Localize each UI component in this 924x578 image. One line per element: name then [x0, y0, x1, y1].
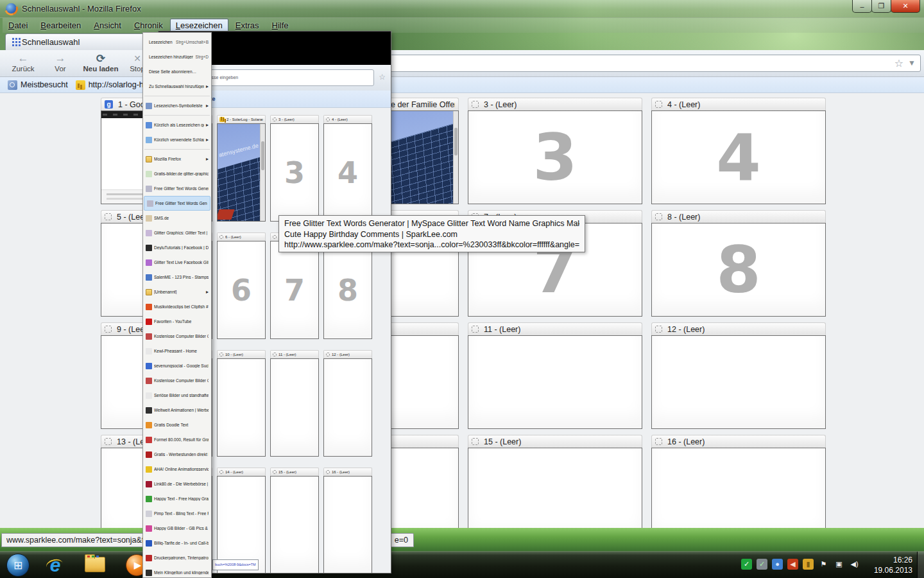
- dial-tile-14[interactable]: 14 - (Leer): [217, 468, 266, 574]
- dial-tile-10[interactable]: 10 - (Leer): [217, 350, 266, 457]
- tile-checkbox[interactable]: [655, 438, 662, 445]
- dial-tile-4[interactable]: 4 - (Leer)4: [323, 115, 372, 222]
- dial-tile-header[interactable]: 4 - (Leer): [651, 98, 826, 110]
- tile-checkbox[interactable]: [326, 118, 330, 121]
- bookmarks-menu-item[interactable]: Link80.de - Die Werbebörse | Community: [143, 477, 211, 491]
- bookmarks-menu-item[interactable]: Gratis-bilder.de glitter-graphics & ASCI…: [143, 166, 211, 181]
- dial-tile-header[interactable]: 15 - (Leer): [270, 468, 319, 476]
- bookmarks-menu-item[interactable]: Happy Text - Free Happy Graphics and Tex…: [143, 491, 211, 506]
- bookmarks-menu-item[interactable]: AHA! Online Animationsservice: [143, 462, 211, 477]
- dial-tile-header[interactable]: 16 - (Leer): [651, 435, 826, 448]
- bookmarks-menu-item[interactable]: Gratis Doodle Text: [143, 417, 211, 432]
- audio-manager-icon[interactable]: ◀: [787, 559, 798, 570]
- dial-tile-preview[interactable]: 3: [270, 123, 319, 222]
- bookmarks-menu-item[interactable]: Kostenlose Computer Bilder GIFs, Grafike…: [143, 329, 211, 344]
- tile-checkbox[interactable]: [326, 353, 330, 356]
- start-button[interactable]: [6, 554, 30, 577]
- dial-tile-preview[interactable]: [270, 358, 319, 457]
- dial-tile-3[interactable]: 3 - (Leer)3: [468, 98, 642, 204]
- dial-tile-preview[interactable]: 6: [217, 241, 266, 339]
- bookmarks-menu-item[interactable]: Seriöse Bilder und standhafte Ideen: [143, 388, 211, 403]
- dial-tile-preview[interactable]: 3: [468, 110, 642, 204]
- dial-tile-8[interactable]: 8 - (Leer)8: [651, 210, 826, 317]
- dial-tile-header[interactable]: 14 - (Leer): [217, 468, 266, 476]
- tile-checkbox[interactable]: [219, 353, 223, 356]
- bookmarks-menu-item[interactable]: Happy GB Bilder - GB Pics & Gästebuchbil…: [143, 521, 211, 536]
- dial-tile-15[interactable]: 15 - (Leer): [468, 435, 642, 528]
- taskbar-clock[interactable]: 16:26 19.06.2013: [859, 555, 912, 575]
- bookmarks-menu-item[interactable]: Glitter Text Live Facebook Glitter Text:…: [143, 255, 211, 270]
- dial-tile-header[interactable]: 11 - (Leer): [270, 350, 319, 358]
- dial-tile-preview[interactable]: [270, 476, 319, 574]
- tile-checkbox[interactable]: [326, 470, 330, 474]
- dial-tile-header[interactable]: 15 - (Leer): [468, 435, 642, 448]
- internet-explorer-icon[interactable]: [44, 554, 67, 576]
- tile-checkbox[interactable]: [219, 235, 223, 239]
- dial-tile-15[interactable]: 15 - (Leer): [270, 468, 319, 574]
- bookmarks-menu-item[interactable]: [Unbenannt]▸: [143, 285, 211, 299]
- usb-eject-icon[interactable]: ✓: [757, 559, 767, 570]
- dial-tile-16[interactable]: 16 - (Leer): [651, 435, 826, 528]
- dial-tile-preview[interactable]: [323, 476, 372, 574]
- dial-tile-header[interactable]: 3 - (Leer): [468, 98, 642, 110]
- file-explorer-icon[interactable]: [85, 557, 105, 572]
- dial-tile-header[interactable]: 16 - (Leer): [323, 468, 372, 476]
- bookmarks-menu-item[interactable]: Gratis - Werbestunden direkt bei knuddel…: [143, 447, 211, 462]
- dial-tile-preview[interactable]: 8: [651, 223, 826, 317]
- network-icon[interactable]: ▣: [834, 559, 844, 570]
- tile-checkbox[interactable]: [655, 213, 662, 220]
- dial-tile-header[interactable]: 8 - (Leer): [651, 210, 826, 223]
- bookmarks-menu-item[interactable]: Kürzlich verwendete Schlagwörter▸: [143, 132, 211, 147]
- bookmarks-menu-item[interactable]: Kürzlich als Lesezeichen gesetzt▸: [143, 118, 211, 132]
- dial-tile-preview[interactable]: [651, 335, 826, 429]
- bookmarks-menu-item[interactable]: SalenME - 123 Pins - Stamps - Glitzertex…: [143, 270, 211, 285]
- bookmarks-menu-item[interactable]: Musikvideoclips bei Clipfish # 1 für Vid…: [143, 299, 211, 314]
- dial-tile-preview[interactable]: [217, 358, 266, 457]
- tile-checkbox[interactable]: [655, 101, 662, 108]
- bookmarks-menu-item[interactable]: Mozilla Firefox▸: [143, 152, 211, 166]
- dial-tile-11[interactable]: 11 - (Leer): [270, 350, 319, 457]
- dial-tile-preview[interactable]: [468, 448, 642, 528]
- backup-ok-icon[interactable]: ✓: [741, 559, 752, 570]
- tile-checkbox[interactable]: [273, 353, 277, 356]
- dial-tile-3[interactable]: 3 - (Leer)3: [270, 115, 319, 222]
- dial-tile-12[interactable]: 12 - (Leer): [323, 350, 372, 457]
- dial-tile-preview[interactable]: 8: [323, 241, 372, 339]
- tile-checkbox[interactable]: [219, 470, 223, 474]
- bookmarks-menu-item[interactable]: Free Glitter Text Words Generator | MySp…: [143, 181, 211, 196]
- java-update-icon[interactable]: ●: [772, 559, 783, 570]
- bookmarks-menu-item[interactable]: Lesezeichen hinzufügenStrg+D: [143, 49, 211, 64]
- dial-tile-header[interactable]: 11 - (Leer): [468, 322, 642, 335]
- tile-checkbox[interactable]: [273, 470, 277, 474]
- dial-tile-4[interactable]: 4 - (Leer)4: [651, 98, 826, 204]
- bookmarks-menu-item[interactable]: Diese Seite abonnieren…: [143, 64, 211, 79]
- dial-tile-12[interactable]: 12 - (Leer): [651, 322, 826, 429]
- bookmarks-menu-item[interactable]: Mein Klingelton und klingende Töne für n…: [143, 565, 211, 578]
- dial-tile-header[interactable]: 6 - (Leer): [217, 232, 266, 241]
- bookmarks-menu-item[interactable]: Glitter Graphics: Glitter Text | Myspace…: [143, 225, 211, 240]
- dial-tile-preview[interactable]: atensysteme.de: [217, 123, 266, 222]
- show-desktop-button[interactable]: [917, 552, 924, 578]
- dial-tile-preview[interactable]: [323, 358, 372, 457]
- bookmarks-menu-item[interactable]: Lesezeichen-Symbolleiste▸: [143, 98, 211, 113]
- dial-tile-header[interactable]: 10 - (Leer): [217, 350, 266, 358]
- bookmarks-menu-item[interactable]: DeyluTutorials | Facebook | Deylu Moving…: [143, 240, 211, 255]
- dial-tile-preview[interactable]: [468, 335, 642, 429]
- bookmarks-menu-item[interactable]: Kostenlose Computer Bilder GIFs, Grafike…: [143, 373, 211, 388]
- tile-checkbox[interactable]: [273, 235, 277, 239]
- dial-tile-6[interactable]: 6 - (Leer)6: [217, 232, 266, 339]
- dial-tile-11[interactable]: 11 - (Leer): [468, 322, 642, 429]
- tile-checkbox[interactable]: [273, 118, 277, 121]
- dial-tile-header[interactable]: 4 - (Leer): [323, 115, 372, 123]
- bookmarks-menu-item[interactable]: Free Glitter Text Words Generator | MySp…: [144, 196, 210, 211]
- bookmarks-menu-item[interactable]: Billig-Tarife.de - In- und Call-by-Call …: [143, 536, 211, 550]
- bookmarks-menu-item[interactable]: Zu Schnellauswahl hinzufügen▸: [143, 79, 211, 94]
- bookmarks-menu-item[interactable]: Weltweit Animationen | Werbebanner: [143, 403, 211, 417]
- tile-checkbox[interactable]: [105, 438, 112, 445]
- dial-tile-preview[interactable]: [651, 448, 826, 528]
- bookmarks-menu-item[interactable]: Formel 80.000, Result für Gratis-Doodles…: [143, 432, 211, 447]
- bookmarks-menu-item[interactable]: Favoriten - YouTube: [143, 314, 211, 329]
- dial-tile-preview[interactable]: 4: [651, 110, 826, 204]
- tile-checkbox[interactable]: [472, 101, 479, 108]
- bookmarks-menu-item[interactable]: Pimp Text - Bling Text - Free Pimp Text …: [143, 506, 211, 521]
